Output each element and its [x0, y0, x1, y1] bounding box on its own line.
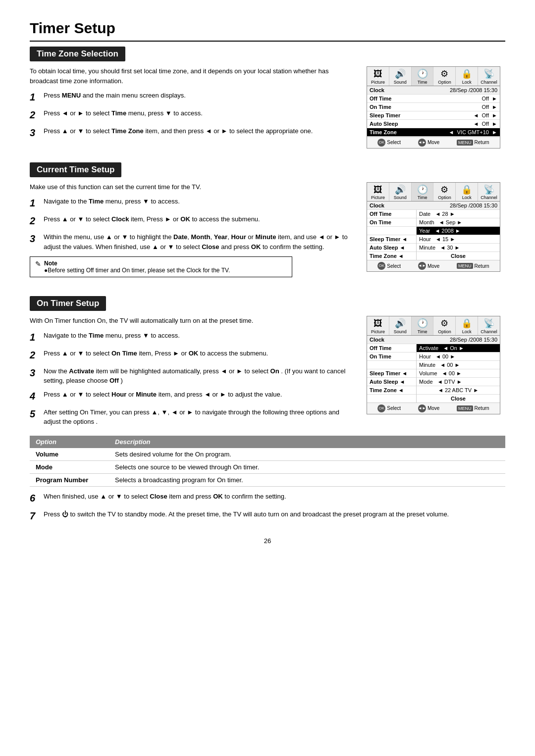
option-mode: Mode [30, 460, 109, 473]
ontime-label-tz: On Time [370, 104, 414, 110]
footer-select-ot: OK Select [377, 404, 401, 412]
note-text-ct: Note●Before setting Off timer and On tim… [44, 260, 230, 274]
step-num-ot-7: 7 [30, 508, 44, 523]
ontime-left-ot: On Time [367, 353, 416, 361]
option-icon-ct: ⚙ [434, 185, 454, 196]
minute-sub: Minute ◄ 30 ► [417, 244, 500, 252]
step-text-ot-4: Press ▲ or ▼ to select Hour or Minute it… [44, 390, 282, 400]
menu-icon-picture-ct: 🖼Picture [367, 183, 389, 202]
step-ct-1: 1 Navigate to the Time menu, press ▼ to … [30, 197, 355, 210]
step-tz-1: 1 Press MENU and the main menu screen di… [30, 91, 355, 104]
tv-menu-timezone: 🖼Picture 🔊Sound 🕐Time ⚙Option 🔒Lock 📡Cha… [367, 66, 500, 149]
timezone-row-tz: Time Zone ◄ VIC GMT+10 ► [367, 128, 500, 137]
channel-icon-ot: 📡 [479, 318, 499, 329]
page-title: Timer Setup [30, 20, 505, 42]
autosleep-left-ot: Auto Sleep ◄ [367, 378, 416, 386]
ok-btn-ot: OK [377, 404, 385, 412]
ok-btn-tz: OK [377, 139, 385, 147]
options-table-header: Option Description [30, 436, 505, 448]
desc-mode: Selects one source to be viewed through … [109, 460, 505, 473]
time-icon-ot: 🕐 [413, 318, 432, 329]
current-time-left: Make use of this function can set the cu… [30, 182, 355, 283]
sleep-row-tz: Sleep Timer ◄ Off ► [367, 111, 500, 120]
footer-select-tz: OK Select [377, 139, 401, 147]
step-num-ot-5: 5 [30, 406, 44, 421]
autosleep-label-tz: Auto Sleep [370, 121, 414, 127]
menu-icon-sound-ot: 🔊Sound [389, 316, 412, 335]
desc-volume: Sets desired volume for the On program. [109, 448, 505, 461]
menu-icon-lock: 🔒Lock [456, 67, 478, 86]
month-sub: Month ◄ Sep ► [417, 218, 500, 227]
step-text-ct-1: Navigate to the Time menu, press ▼ to ac… [44, 197, 180, 206]
menu-icon-lock-ct: 🔒Lock [456, 183, 478, 202]
date-sub: Date ◄ 28 ► [417, 210, 500, 218]
clock-value-ct: 28/Sep /2008 15:30 [414, 202, 497, 208]
option-icon-ot: ⚙ [434, 318, 454, 329]
table-row: Mode Selects one source to be viewed thr… [30, 460, 505, 473]
option-program: Program Number [30, 473, 109, 486]
section-header-current-time: Current Time Setup [30, 162, 121, 177]
close-sub: Close [417, 252, 500, 260]
on-timer-left: With On Timer function On, the TV will a… [30, 316, 355, 431]
menu-icon-sound-ct: 🔊Sound [389, 183, 412, 202]
menu-icon-time-ct: 🕐Time [412, 183, 434, 202]
step-text-ot-5: After setting On Timer, you can press ▲,… [44, 407, 355, 427]
step-ct-2: 2 Press ▲ or ▼ to select Clock item, Pre… [30, 214, 355, 228]
table-row: Volume Sets desired volume for the On pr… [30, 448, 505, 461]
step-tz-2: 2 Press ◄ or ► to select Time menu, pres… [30, 108, 355, 122]
section-on-timer: On Timer Setup With On Timer function On… [30, 296, 505, 523]
footer-move-ot: ◄► Move [418, 404, 439, 412]
menu-icon-option: ⚙Option [433, 67, 456, 86]
blank-left [367, 227, 416, 235]
time-icon-ct: 🕐 [413, 185, 432, 196]
nav-btn-tz: ◄► [418, 139, 426, 147]
year-sub: Year ◄ 2008 ► [417, 227, 500, 235]
nav-btn-ot: ◄► [418, 404, 426, 412]
step-ct-3: 3 Within the menu, use ▲ or ▼ to highlig… [30, 232, 355, 252]
blank2-left-ot [367, 395, 416, 403]
timezone-left-ot: Time Zone ◄ [367, 386, 416, 395]
nav-btn-ct: ◄► [418, 262, 426, 270]
sound-icon-ot: 🔊 [390, 318, 410, 329]
option-volume: Volume [30, 448, 109, 461]
menu-icon-lock-ot: 🔒Lock [456, 316, 478, 335]
picture-icon: 🖼 [368, 69, 388, 80]
sleep-left: Sleep Timer ◄ [367, 235, 416, 244]
tv-menu-icon-bar-ct: 🖼Picture 🔊Sound 🕐Time ⚙Option 🔒Lock 📡Cha… [367, 183, 500, 202]
lock-icon: 🔒 [457, 69, 477, 80]
menu-btn-tz: MENU [457, 140, 473, 146]
section-current-time: Current Time Setup Make use of this func… [30, 162, 505, 283]
step-num-ct-2: 2 [30, 213, 44, 228]
hour-sub: Hour ◄ 15 ► [417, 235, 500, 244]
step-num-tz-2: 2 [30, 107, 44, 122]
menu-icon-channel-ot: 📡Channel [478, 316, 500, 335]
section-header-on-timer: On Timer Setup [30, 296, 106, 311]
step-ot-2: 2 Press ▲ or ▼ to select On Time item, P… [30, 349, 355, 362]
menu-btn-ct: MENU [457, 263, 473, 269]
clock-label-tz: Clock [370, 87, 414, 93]
step-num-ot-1: 1 [30, 330, 44, 345]
current-time-menu-panel: 🖼Picture 🔊Sound 🕐Time ⚙Option 🔒Lock 📡Cha… [367, 182, 505, 272]
menu-icon-channel: 📡Channel [478, 67, 500, 86]
step-text-ct-2: Press ▲ or ▼ to select Clock item, Press… [44, 214, 260, 224]
ot-menu-body: Off Time On Time Sleep Timer ◄ Auto Slee… [367, 344, 500, 403]
note-box-ct: ✎ Note●Before setting Off timer and On t… [30, 256, 292, 277]
options-table: Option Description Volume Sets desired v… [30, 436, 505, 487]
sleep-value-tz: ◄ Off ► [414, 112, 497, 118]
footer-return-tz: MENU Return [457, 139, 489, 147]
close-sub-ot: Close [417, 395, 500, 403]
step-text-ot-7: Press ⏻ to switch the TV to standby mode… [44, 509, 449, 519]
offtime-left: Off Time [367, 210, 416, 218]
step-text-ot-2: Press ▲ or ▼ to select On Time item, Pre… [44, 349, 268, 358]
menu-footer-ct: OK Select ◄► Move MENU Return [367, 260, 500, 271]
table-row: Program Number Selects a broadcasting pr… [30, 473, 505, 486]
footer-select-ct: OK Select [377, 262, 401, 270]
step-text-ot-1: Navigate to the Time menu, press ▼ to ac… [44, 331, 180, 341]
step-ot-1: 1 Navigate to the Time menu, press ▼ to … [30, 331, 355, 345]
picture-icon-ot: 🖼 [368, 318, 388, 329]
step-ot-7: 7 Press ⏻ to switch the TV to standby mo… [30, 509, 505, 523]
step-num-ot-4: 4 [30, 389, 44, 403]
mode-sub-ot: Mode ◄ DTV ► [417, 378, 500, 386]
autosleep-row-tz: Auto Sleep ◄ Off ► [367, 120, 500, 128]
clock-value-ot: 28/Sep /2008 15:30 [414, 337, 497, 343]
